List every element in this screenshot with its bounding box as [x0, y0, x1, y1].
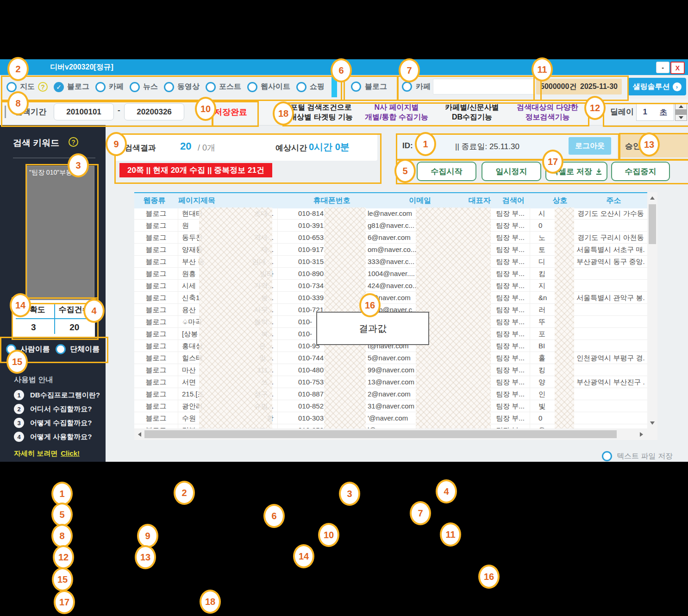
search-type-label: 웹사이트 — [261, 82, 290, 92]
table-row[interactable]: 블로그서면쓰...010-75313@naver.com팀장 부...양부산광역… — [134, 376, 647, 388]
search-type-radios: 지도?✓블로그카페뉴스동영상포스트웹사이트쇼핑 — [6, 75, 325, 99]
feature-text: 포털 검색조건으로대상별 타겟팅 기능 — [283, 101, 359, 124]
search-type-radio-웹사이트[interactable]: 웹사이트 — [247, 82, 290, 92]
column-header-4[interactable]: 이메일 — [370, 193, 463, 208]
feature-line2: 정보검색기능 — [525, 112, 570, 122]
usage-item-label: 어떻게 사용할까요? — [30, 433, 92, 441]
column-header-8[interactable]: 주소 — [580, 193, 647, 208]
search-type-label: 포스트 — [219, 82, 241, 92]
period-to-input[interactable] — [124, 103, 184, 120]
page-title-left: 힐스테 — [182, 352, 203, 364]
table-row[interactable]: 블로그광안리슈빌...010-85231@naver.com팀장 부...빛 — [134, 400, 647, 412]
table-row[interactable]: 블로그215.[조성구...010-8872@naver.com팀장 부...인 — [134, 388, 647, 400]
table-row[interactable]: 블로그마산111...010-48099@naver.com팀장 부...킹 — [134, 364, 647, 376]
search-type-radio-카페[interactable]: 카페 — [95, 82, 124, 92]
stepper-down-icon[interactable] — [675, 115, 687, 120]
search-type-radio-동영상[interactable]: 동영상 — [164, 82, 200, 92]
minimize-button[interactable]: - — [656, 62, 669, 73]
column-header-5[interactable]: 대표자 — [463, 193, 495, 208]
page-title-right: 항 — [267, 412, 274, 424]
column-header-3[interactable]: 휴대폰번호 — [273, 193, 370, 208]
scroll-left-icon[interactable] — [135, 428, 144, 440]
scroll-right-icon[interactable] — [637, 428, 645, 440]
side-cafe-radio[interactable]: 카페 — [402, 82, 431, 92]
cafe-url-input[interactable] — [433, 79, 536, 94]
cell-shop-name: 양 — [530, 376, 574, 388]
horizontal-scroll-thumb[interactable] — [144, 430, 617, 438]
horizontal-scrollbar[interactable] — [134, 428, 657, 440]
radio-icon — [247, 82, 257, 92]
search-type-radio-포스트[interactable]: 포스트 — [206, 82, 241, 92]
side-blog-radio[interactable]: 블로그 — [351, 82, 387, 92]
period-dash: - — [118, 106, 120, 115]
table-row[interactable]: 블로그신축1봉...010-3399@naver.com팀장 부...&n서울특… — [134, 292, 647, 304]
annotation-marker-8: 8 — [51, 524, 73, 548]
page-title-right: 제... — [261, 244, 274, 255]
column-header-6[interactable]: 검색어 — [495, 193, 532, 208]
text-file-save-radio[interactable]: 텍스트 파일 저장 — [602, 451, 673, 461]
search-type-label: 쇼핑 — [310, 82, 325, 92]
annotation-marker-14: 14 — [293, 544, 314, 568]
table-row[interactable]: 블로그부산 동임대 ...010-315333@naver.c...팀장 부..… — [134, 256, 647, 268]
table-row[interactable]: 블로그양재동제...010-917om@naver.co...팀장 부...토서… — [134, 244, 647, 256]
vertical-scroll-thumb[interactable] — [649, 204, 656, 244]
close-button[interactable]: X — [670, 62, 685, 74]
search-type-radio-뉴스[interactable]: 뉴스 — [130, 82, 158, 92]
cell-page-title: 원흥빌라 — [178, 268, 278, 279]
table-row[interactable]: 블로그경북 한양도 ...010-353l@naver.com팀장 부...우 — [134, 424, 647, 428]
pause-button[interactable]: 일시정지 — [482, 162, 541, 181]
keyword-textarea[interactable]: "팀장 010"부동산 — [27, 166, 94, 300]
radio-icon — [56, 344, 66, 354]
annotation-marker-11: 11 — [440, 522, 461, 547]
stop-collect-button[interactable]: 수집중지 — [611, 162, 670, 181]
logout-button[interactable]: 로그아웃 — [569, 137, 611, 155]
page-title-right: 111... — [257, 364, 274, 376]
cell-representative — [456, 232, 491, 243]
scroll-up-icon[interactable] — [647, 194, 657, 201]
table-row[interactable]: 블로그힐스테및 ...010-7445@naver.com팀장 부...홀인천광… — [134, 352, 647, 364]
cell-representative — [456, 352, 491, 364]
delay-stepper[interactable] — [675, 103, 687, 121]
usage-item[interactable]: 3어떻게 수집할까요? — [14, 416, 106, 430]
cell-web-type: 블로그 — [134, 304, 178, 315]
table-row[interactable]: 블로그시세가격...010-734424@naver.co...팀장 부...지 — [134, 280, 647, 292]
table-row[interactable]: 블로그원010-391g81@naver.c...팀장 부...0 — [134, 220, 647, 232]
cell-shop-name: 킹 — [530, 364, 574, 376]
period-from-input[interactable] — [54, 103, 114, 120]
cell-email: 5@naver.com — [361, 352, 456, 364]
help-icon[interactable]: ? — [38, 82, 48, 92]
annotation-marker-17: 17 — [54, 590, 75, 614]
id-label: ID: — [402, 141, 413, 151]
column-header-7[interactable]: 상호 — [532, 193, 580, 208]
table-row[interactable]: 블로그수원항010-303'@naver.com팀장 부...0 — [134, 412, 647, 424]
radio-icon — [351, 82, 361, 92]
usage-item[interactable]: 2어디서 수집할까요? — [14, 402, 106, 416]
usage-item-label: DB수집프로그램이란? — [30, 391, 100, 400]
selling-solution-button[interactable]: 샐링솔루션 › — [628, 78, 686, 95]
search-type-radio-지도[interactable]: 지도? — [6, 82, 48, 92]
download-icon — [595, 168, 602, 175]
table-row[interactable]: 블로그원흥빌라010-8901004@naver....팀장 부...킴 — [134, 268, 647, 280]
cell-shop-name: 러 — [530, 304, 574, 315]
start-collect-button[interactable]: 수집시작 — [417, 162, 476, 181]
search-type-radio-블로그[interactable]: ✓블로그 — [54, 82, 89, 92]
usage-item[interactable]: 1DB수집프로그램이란? — [14, 388, 106, 402]
search-type-radio-쇼핑[interactable]: 쇼핑 — [296, 82, 325, 92]
table-row[interactable]: 블로그동두천격세...010-6536@naver.com팀장 부...노경기도… — [134, 232, 647, 244]
usage-item[interactable]: 4어떻게 사용할까요? — [14, 430, 106, 444]
click-link[interactable]: Click! — [61, 449, 80, 457]
name-radio-단체이름[interactable]: 단체이름 — [56, 344, 100, 354]
stepper-up-icon[interactable] — [675, 104, 687, 109]
table-row[interactable]: 블로그현대터츠대...010-814le@naver.com팀장 부...시경기… — [134, 207, 647, 220]
delay-input[interactable]: 1 초 — [636, 103, 674, 121]
cell-representative — [456, 220, 491, 231]
page-title-left: 서면 — [182, 376, 196, 388]
cell-shop-name: 노 — [530, 232, 574, 243]
page-title-left: 광안리 — [182, 400, 203, 412]
scroll-down-icon[interactable] — [647, 419, 657, 427]
help-icon[interactable]: ? — [69, 137, 78, 147]
vertical-scrollbar[interactable] — [647, 192, 657, 428]
column-header-2[interactable]: 페이지제목 — [175, 193, 273, 208]
keyword-title: 검색 키워드 — [13, 137, 59, 149]
column-header-1[interactable]: 웹종류 — [134, 193, 175, 208]
